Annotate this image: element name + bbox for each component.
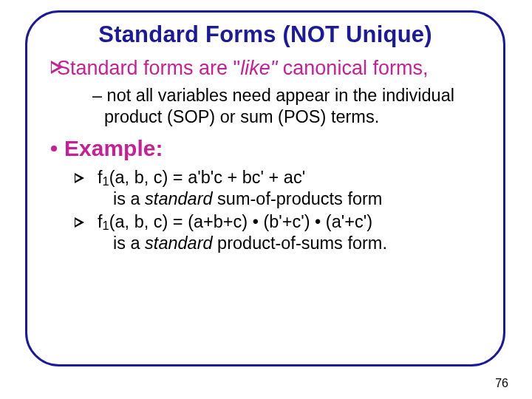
line2c: product-of-sums form. bbox=[213, 233, 387, 253]
example-item-1: f1(a, b, c) = a'b'c + bc' + ac' is a sta… bbox=[75, 167, 484, 210]
arrow-icon bbox=[75, 217, 84, 228]
bullet-text-2: canonical forms, bbox=[277, 57, 428, 79]
dash-bullet: – not all variables need appear in the i… bbox=[92, 85, 484, 127]
eq2: (a, b, c) = (a+b+c) • (b'+c') • (a'+c') bbox=[109, 212, 372, 231]
example-item-2: f1(a, b, c) = (a+b+c) • (b'+c') • (a'+c'… bbox=[75, 211, 484, 254]
bullet-text-1: Standard forms are " bbox=[57, 57, 240, 79]
slide-title: Standard Forms (NOT Unique) bbox=[47, 21, 484, 48]
dash-text: not all variables need appear in the ind… bbox=[104, 86, 454, 126]
example-bullet: Example: bbox=[51, 136, 484, 161]
line2c: sum-of-products form bbox=[213, 189, 383, 208]
main-bullet: Standard forms are "like" canonical form… bbox=[47, 55, 484, 81]
arrow-icon bbox=[75, 173, 84, 183]
line2a: is a bbox=[113, 189, 145, 208]
line2b: standard bbox=[145, 189, 212, 208]
bullet-dot-icon bbox=[51, 146, 57, 151]
line2b: standard bbox=[145, 233, 212, 253]
subscript: 1 bbox=[103, 174, 109, 188]
eq1: (a, b, c) = a'b'c + bc' + ac' bbox=[109, 168, 305, 187]
example-label: Example: bbox=[64, 136, 163, 160]
bullet-italic: like" bbox=[240, 57, 277, 79]
line2a: is a bbox=[113, 233, 145, 253]
slide-frame: Standard Forms (NOT Unique) Standard for… bbox=[25, 10, 505, 366]
dash-prefix: – bbox=[92, 86, 107, 105]
page-number: 76 bbox=[495, 377, 508, 390]
subscript: 1 bbox=[103, 219, 109, 232]
example-list: f1(a, b, c) = a'b'c + bc' + ac' is a sta… bbox=[75, 167, 484, 253]
